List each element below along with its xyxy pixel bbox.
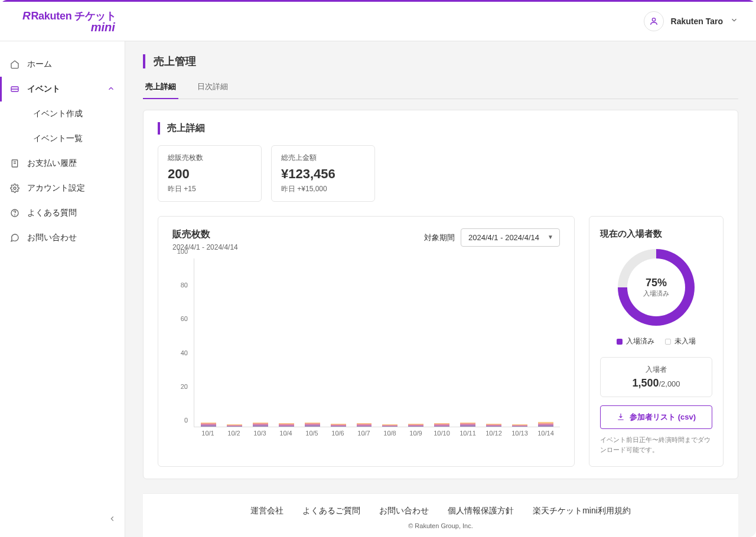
page-title: 売上管理 xyxy=(143,54,738,68)
period-label: 対象期間 xyxy=(424,233,455,243)
copyright: © Rakuten Group, Inc. xyxy=(143,522,738,529)
x-label: 10/11 xyxy=(457,430,478,441)
footer-link[interactable]: よくあるご質問 xyxy=(302,506,360,516)
sidebar-item-payment[interactable]: お支払い履歴 xyxy=(0,151,125,176)
stat-value: ¥123,456 xyxy=(281,166,365,182)
legend-label: 入場済み xyxy=(626,336,654,346)
sidebar-item-home[interactable]: ホーム xyxy=(0,52,125,77)
bar xyxy=(512,424,527,427)
chevron-down-icon xyxy=(730,16,738,27)
bar xyxy=(253,423,268,427)
stat-total-tickets: 総販売枚数 200 昨日 +15 xyxy=(158,145,262,202)
sidebar-item-label: よくある質問 xyxy=(27,208,77,218)
admission-title: 現在の入場者数 xyxy=(600,228,712,240)
tab-label: 日次詳細 xyxy=(197,82,228,91)
stat-delta: 昨日 +15 xyxy=(168,184,252,194)
x-label: 10/12 xyxy=(483,430,504,441)
sidebar-item-event[interactable]: イベント xyxy=(0,77,125,101)
sidebar-item-label: お問い合わせ xyxy=(27,233,77,243)
admission-card: 現在の入場者数 75% 入場済み 入場済み 未入場 xyxy=(589,216,724,467)
sidebar-sub-label: イベント作成 xyxy=(33,109,83,118)
x-label: 10/6 xyxy=(327,430,348,441)
legend-label: 未入場 xyxy=(674,336,696,346)
sidebar-item-label: アカウント設定 xyxy=(27,183,85,194)
user-avatar-icon xyxy=(644,11,664,31)
download-csv-button[interactable]: 参加者リスト (csv) xyxy=(600,405,712,429)
bar xyxy=(486,424,501,427)
bar xyxy=(331,424,346,427)
legend-swatch-checked-in xyxy=(617,339,623,345)
chart-title: 販売枚数 xyxy=(172,228,238,241)
y-tick: 20 xyxy=(181,383,188,390)
y-tick: 80 xyxy=(181,281,188,289)
stat-value: 200 xyxy=(168,166,252,182)
sidebar-item-label: ホーム xyxy=(27,59,52,70)
section-title: 売上詳細 xyxy=(158,122,724,135)
svg-point-7 xyxy=(15,215,15,215)
bar xyxy=(305,423,320,427)
attendee-label: 入場者 xyxy=(608,365,705,375)
stat-total-revenue: 総売上金額 ¥123,456 昨日 +¥15,000 xyxy=(271,145,375,202)
chevron-up-icon xyxy=(107,84,115,94)
bar xyxy=(201,423,216,427)
gear-icon xyxy=(9,183,20,194)
legend: 入場済み 未入場 xyxy=(600,336,712,346)
x-label: 10/8 xyxy=(379,430,400,441)
bar xyxy=(408,424,423,427)
download-icon xyxy=(617,412,625,423)
footer-link[interactable]: お問い合わせ xyxy=(379,506,429,516)
home-icon xyxy=(9,59,20,70)
x-label: 10/13 xyxy=(509,430,530,441)
sidebar-item-label: お支払い履歴 xyxy=(27,158,77,169)
x-label: 10/4 xyxy=(275,430,296,441)
sidebar-item-account[interactable]: アカウント設定 xyxy=(0,176,125,201)
sidebar-sub-event-create[interactable]: イベント作成 xyxy=(0,101,125,126)
x-label: 10/9 xyxy=(405,430,426,441)
attendee-denom: /2,000 xyxy=(659,379,680,388)
footer-link[interactable]: 楽天チケットmini利用規約 xyxy=(533,506,631,516)
sidebar-sub-label: イベント一覧 xyxy=(33,133,83,143)
svg-point-0 xyxy=(652,18,655,21)
bar xyxy=(434,423,449,427)
user-name: Rakuten Taro xyxy=(671,17,723,26)
y-tick: 0 xyxy=(184,417,188,424)
footer-link[interactable]: 運営会社 xyxy=(250,506,284,516)
x-label: 10/14 xyxy=(535,430,556,441)
receipt-icon xyxy=(9,158,20,169)
ticket-icon xyxy=(9,84,20,94)
sidebar: ホーム イベント イベント作成 イベント一覧 お支払い履歴 アカウント設定 よく… xyxy=(0,41,125,537)
x-label: 10/7 xyxy=(353,430,374,441)
y-tick: 60 xyxy=(181,315,188,322)
footer-primary: 運営会社よくあるご質問お問い合わせ個人情報保護方針楽天チケットmini利用規約 … xyxy=(143,493,738,537)
sidebar-collapse-button[interactable] xyxy=(108,515,116,525)
x-label: 10/2 xyxy=(223,430,245,441)
logo[interactable]: RRakuten チケット mini xyxy=(22,9,116,34)
legend-swatch-not-checked-in xyxy=(665,339,671,345)
tab-daily-detail[interactable]: 日次詳細 xyxy=(195,77,230,99)
sidebar-item-contact[interactable]: お問い合わせ xyxy=(0,225,125,250)
stat-label: 総売上金額 xyxy=(281,153,365,163)
sidebar-item-faq[interactable]: よくある質問 xyxy=(0,201,125,225)
footer-link[interactable]: 個人情報保護方針 xyxy=(448,506,514,516)
logo-sub: mini xyxy=(91,21,115,34)
sidebar-sub-event-list[interactable]: イベント一覧 xyxy=(0,126,125,151)
stat-delta: 昨日 +¥15,000 xyxy=(281,184,365,194)
x-label: 10/5 xyxy=(301,430,322,441)
attendee-value: 1,500 xyxy=(632,377,659,389)
period-select[interactable]: 2024/4/1 - 2024/4/14 xyxy=(461,228,560,247)
bar xyxy=(460,423,475,427)
sales-chart-card: 販売枚数 2024/4/1 - 2024/4/14 対象期間 2024/4/1 … xyxy=(158,216,575,467)
tab-sales-detail[interactable]: 売上詳細 xyxy=(143,77,178,99)
bar xyxy=(382,424,397,427)
x-label: 10/10 xyxy=(431,430,452,441)
help-icon xyxy=(9,208,20,218)
bar xyxy=(357,423,372,427)
bar xyxy=(538,422,553,427)
y-tick: 100 xyxy=(177,248,188,255)
chat-icon xyxy=(9,233,20,243)
donut-percent: 75% xyxy=(646,277,667,289)
bar-chart: 020406080100 10/110/210/310/410/510/610/… xyxy=(172,258,560,441)
user-menu[interactable]: Rakuten Taro xyxy=(644,11,738,31)
main-content: 売上管理 売上詳細 日次詳細 売上詳細 総販売枚数 200 昨日 +15 総売上… xyxy=(125,41,756,537)
donut-chart: 75% 入場済み xyxy=(618,249,695,326)
